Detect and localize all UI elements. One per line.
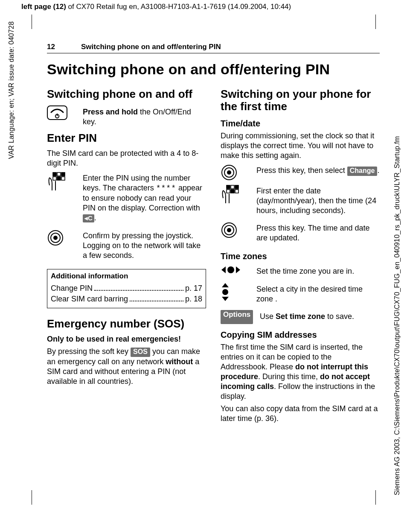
joystick-vertical-icon [221, 282, 250, 307]
page-title: Switching phone on and off/entering PIN [47, 61, 380, 78]
side-meta-right: Siemens AG 2003, C:\Siemens\Produkte\CX7… [393, 30, 401, 495]
right-column: Switching on your phone for the first ti… [221, 85, 380, 426]
timedate-step1: Press this key, then select Change. [256, 166, 380, 178]
additional-info-title: Additional information [51, 272, 202, 281]
options-softkey-wrap: Options [221, 309, 254, 324]
svg-point-31 [227, 266, 234, 273]
svg-marker-32 [236, 266, 240, 273]
svg-point-29 [227, 228, 231, 232]
timezone-step2: Select a city in the desired time zone . [256, 284, 380, 304]
running-title: Switching phone on and off/entering PIN [81, 43, 221, 51]
heading-time-date: Time/date [221, 119, 380, 129]
sos-softkey: SOS [131, 348, 150, 357]
heading-time-zones: Time zones [221, 251, 380, 261]
end-key-icon [47, 105, 77, 129]
svg-rect-24 [227, 185, 230, 189]
page-number: 12 [47, 43, 81, 51]
top-meta-prefix: left page (12) [21, 3, 66, 11]
timezone-options-text: Use Set time zone to save. [260, 312, 380, 322]
svg-rect-25 [235, 185, 238, 189]
svg-rect-26 [231, 190, 234, 193]
running-header: 12 Switching phone on and off/entering P… [47, 43, 380, 53]
svg-point-17 [227, 170, 231, 175]
keypad-icon [47, 171, 77, 225]
timedate-step2: First enter the date (day/month/year), t… [256, 186, 380, 216]
heading-enter-pin: Enter PIN [47, 132, 206, 144]
svg-marker-33 [222, 283, 229, 287]
side-meta-left: VAR Language: en; VAR issue date: 040728 [8, 21, 15, 159]
change-softkey: Change [347, 167, 378, 175]
clear-key-icon: ◂C [83, 214, 94, 222]
joystick-press-icon [221, 163, 250, 181]
heading-copy-sim: Copying SIM addresses [221, 330, 380, 340]
left-column: Switching phone on and off Press and hol… [47, 85, 206, 426]
timedate-step3: Press this key. The time and date are up… [256, 223, 380, 243]
source-meta-top: left page (12) of CX70 Retail fug en, A3… [21, 3, 291, 11]
enter-pin-step2: Confirm by pressing the joystick. Loggin… [83, 231, 206, 260]
info-row: Change PIN p. 17 [51, 283, 202, 293]
svg-rect-23 [235, 190, 238, 193]
svg-rect-9 [53, 172, 56, 176]
pin-mask-stars: **** [156, 184, 176, 193]
onoff-instruction: Press and hold the On/Off/End key. [83, 107, 206, 127]
copy-sim-p2: You can also copy data from the SIM card… [221, 404, 380, 424]
page-body: 12 Switching phone on and off/entering P… [47, 43, 380, 426]
options-softkey: Options [221, 310, 253, 324]
svg-marker-35 [222, 297, 229, 301]
joystick-horizontal-icon [221, 264, 250, 279]
onoff-bold: Press and hold [83, 108, 138, 116]
additional-info-box: Additional information Change PIN p. 17 … [47, 269, 206, 308]
svg-rect-6 [53, 177, 56, 180]
joystick-press-icon [221, 221, 250, 246]
svg-point-14 [53, 236, 58, 240]
enter-pin-step1: Enter the PIN using the number keys. The… [83, 173, 206, 223]
svg-marker-30 [221, 266, 226, 273]
svg-point-34 [222, 289, 228, 295]
enter-pin-intro: The SIM card can be protected with a 4 t… [47, 149, 206, 168]
top-meta-rest: of CX70 Retail fug en, A31008-H7103-A1-1… [66, 3, 291, 11]
heading-sos: Emergency number (SOS) [47, 318, 206, 330]
joystick-press-icon [47, 228, 77, 263]
sos-warning: Only to be used in real emergencies! [47, 334, 206, 344]
heading-switching-on-off: Switching phone on and off [47, 88, 206, 100]
svg-rect-11 [57, 177, 61, 180]
heading-first-time: Switching on your phone for the first ti… [221, 88, 380, 113]
svg-rect-8 [61, 177, 65, 180]
svg-rect-21 [227, 190, 230, 193]
copy-sim-p1: The first time the SIM card is inserted,… [221, 342, 380, 401]
info-row: Clear SIM card barring p. 18 [51, 294, 202, 304]
svg-rect-10 [61, 172, 65, 176]
svg-rect-19 [231, 185, 234, 189]
sos-text: By pressing the soft key SOS you can mak… [47, 347, 206, 386]
timezone-step1: Set the time zone you are in. [256, 266, 380, 276]
timedate-intro: During commissioning, set the clock so t… [221, 131, 380, 161]
svg-rect-4 [57, 172, 61, 176]
keypad-icon [221, 184, 250, 218]
